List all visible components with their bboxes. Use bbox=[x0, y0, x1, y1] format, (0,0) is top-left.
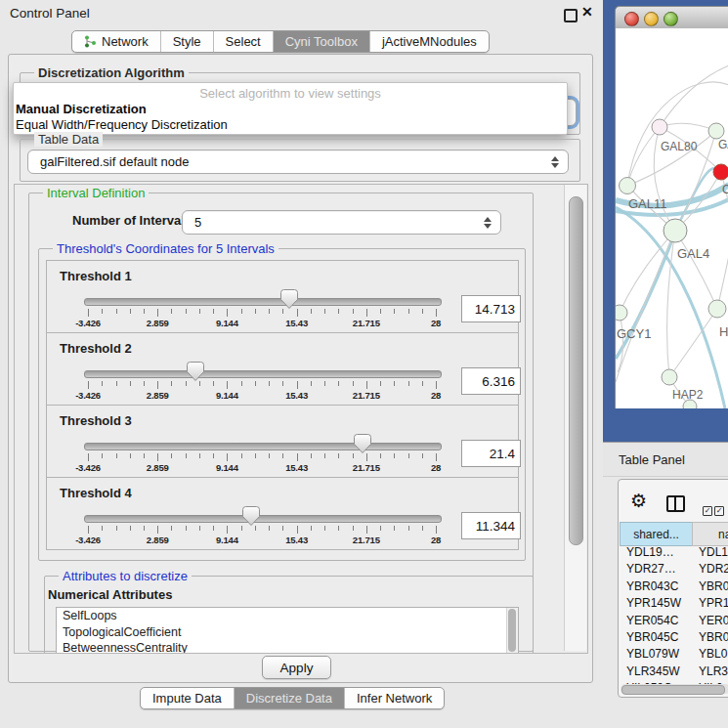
table-row[interactable]: YPR145WYPR1 bbox=[621, 596, 728, 613]
node-red-selected[interactable] bbox=[713, 164, 728, 180]
threshold-value-input[interactable] bbox=[461, 367, 521, 395]
bottom-tab-infer-network[interactable]: Infer Network bbox=[345, 688, 444, 708]
table-row[interactable]: YLR345WYLR3 bbox=[621, 664, 728, 681]
attribute-item[interactable]: TopologicalCoefficient bbox=[57, 624, 518, 641]
tab-style[interactable]: Style bbox=[161, 31, 214, 52]
num-intervals-combo[interactable]: 5 bbox=[182, 210, 501, 235]
tab-network[interactable]: Network bbox=[72, 31, 161, 52]
attributes-title: Attributes to discretize bbox=[59, 569, 192, 583]
slider-thumb[interactable] bbox=[242, 506, 260, 526]
slider-track[interactable] bbox=[84, 443, 442, 450]
interval-definition-title: Interval Definition bbox=[43, 186, 149, 200]
popup-item-manual-discretization[interactable]: Manual Discretization bbox=[14, 102, 569, 116]
popup-item-equal-width-frequency[interactable]: Equal Width/Frequency Discretization bbox=[14, 117, 569, 132]
node-label-partial-top: GA bbox=[718, 138, 728, 151]
attributes-list-scrollbar[interactable] bbox=[506, 608, 518, 654]
node-label-partial-mid: C bbox=[722, 183, 728, 196]
maximize-traffic-light-icon[interactable] bbox=[664, 12, 678, 26]
node-green-top-right[interactable] bbox=[708, 123, 724, 139]
slider-thumb[interactable] bbox=[187, 362, 204, 381]
float-panel-icon[interactable] bbox=[564, 9, 578, 22]
threshold-row-3: Threshold 3-3.4262.8599.14415.4321.71528 bbox=[46, 405, 519, 478]
column-header-shared-name[interactable]: shared... bbox=[620, 522, 693, 546]
threshold-value-input[interactable] bbox=[461, 512, 521, 539]
threshold-coordinates-title: Threshold's Coordinates for 5 Intervals bbox=[53, 241, 278, 256]
table-horizontal-scrollbar[interactable] bbox=[621, 684, 728, 694]
popup-placeholder-item: Select algorithm to view settings bbox=[14, 86, 567, 101]
slider-track[interactable] bbox=[84, 515, 442, 523]
num-intervals-value: 5 bbox=[183, 215, 483, 230]
table-panel-title: Table Panel bbox=[619, 452, 685, 467]
close-panel-icon[interactable]: ✕ bbox=[581, 4, 593, 20]
threshold-value-input[interactable] bbox=[461, 295, 521, 322]
settings-vertical-scrollbar[interactable] bbox=[564, 185, 586, 651]
top-tab-bar: NetworkStyleSelectCyni ToolboxjActiveMNo… bbox=[71, 30, 490, 53]
threshold-row-4: Threshold 4-3.4262.8599.14415.4321.71528 bbox=[46, 477, 519, 550]
attribute-item[interactable]: SelfLoops bbox=[57, 608, 518, 624]
node-gal4[interactable] bbox=[664, 219, 687, 242]
node-gal11[interactable] bbox=[620, 178, 636, 194]
table-panel-titlebar: Table Panel bbox=[603, 442, 728, 477]
num-intervals-label: Number of Intervals bbox=[72, 213, 192, 228]
threshold-label: Threshold 1 bbox=[60, 269, 132, 283]
table-row[interactable]: YBR043CYBR0 bbox=[621, 579, 728, 596]
node-label-partial-low: H bbox=[719, 324, 728, 339]
node-label-gcy1: GCY1 bbox=[617, 326, 651, 341]
table-row[interactable]: YER054CYER0 bbox=[621, 614, 728, 630]
tab-jactivemnodules[interactable]: jActiveMNodules bbox=[370, 31, 489, 52]
bottom-tab-bar: Impute DataDiscretize DataInfer Network bbox=[140, 687, 445, 709]
tab-select[interactable]: Select bbox=[214, 31, 274, 52]
network-canvas[interactable]: GAL80 GA C GAL11 GAL4 GCY1 H HAP2 bbox=[615, 28, 728, 408]
numerical-attributes-label: Numerical Attributes bbox=[48, 587, 172, 602]
combo-stepper-icon bbox=[550, 156, 559, 168]
bottom-tab-discretize-data[interactable]: Discretize Data bbox=[235, 688, 345, 708]
numerical-attributes-list: SelfLoopsTopologicalCoefficientBetweenne… bbox=[56, 607, 519, 654]
gear-icon[interactable]: ⚙ bbox=[630, 492, 647, 510]
table-data-value: galFiltered.sif default node bbox=[28, 154, 550, 169]
threshold-label: Threshold 4 bbox=[60, 486, 132, 500]
bottom-tab-impute-data[interactable]: Impute Data bbox=[141, 688, 235, 708]
slider-thumb[interactable] bbox=[354, 434, 371, 453]
threshold-row-1: Threshold 1-3.4262.8599.14415.4321.71528 bbox=[46, 260, 519, 333]
screen: { "control_panel": { "title": "Control P… bbox=[0, 0, 728, 728]
column-header-name[interactable]: na bbox=[692, 522, 728, 546]
node-label-gal4: GAL4 bbox=[677, 246, 709, 261]
node-hap2[interactable] bbox=[662, 369, 677, 385]
node-right-low[interactable] bbox=[708, 300, 726, 318]
threshold-row-2: Threshold 2-3.4262.8599.14415.4321.71528 bbox=[46, 332, 519, 406]
table-data-label: Table Data bbox=[34, 132, 103, 147]
discretization-algorithm-label: Discretization Algorithm bbox=[34, 65, 189, 80]
attribute-item[interactable]: BetweennessCentrality bbox=[57, 640, 518, 654]
select-columns-icon[interactable]: ✓✓ bbox=[703, 499, 726, 517]
panel-title: Control Panel bbox=[10, 6, 90, 21]
algorithm-popup: Select algorithm to view settings Manual… bbox=[13, 82, 568, 135]
node-label-hap2: HAP2 bbox=[672, 388, 704, 402]
table-row[interactable]: YDL19…YDL1 bbox=[621, 545, 728, 562]
settings-scroll-area: Interval Definition Number of Intervals … bbox=[14, 184, 588, 654]
node-gcy1[interactable] bbox=[616, 305, 627, 321]
tab-cyni-toolbox[interactable]: Cyni Toolbox bbox=[274, 31, 370, 52]
scrollbar-thumb[interactable] bbox=[621, 685, 725, 695]
node-pink[interactable] bbox=[652, 119, 667, 135]
threshold-value-input[interactable] bbox=[461, 440, 521, 467]
table-row[interactable]: YDR27…YDR2 bbox=[621, 562, 728, 578]
table-row[interactable]: YBL079WYBL0 bbox=[621, 647, 728, 664]
combo-stepper-icon bbox=[483, 217, 492, 229]
split-columns-icon[interactable] bbox=[666, 495, 685, 512]
node-label-gal11: GAL11 bbox=[628, 196, 667, 211]
network-window-titlebar[interactable] bbox=[615, 6, 728, 30]
slider-thumb[interactable] bbox=[280, 289, 298, 309]
threshold-label: Threshold 3 bbox=[60, 413, 132, 428]
table-data-combo[interactable]: galFiltered.sif default node bbox=[27, 150, 569, 174]
node-label-gal80: GAL80 bbox=[661, 140, 698, 153]
table-row[interactable]: YBR045CYBR0 bbox=[621, 630, 728, 647]
slider-track[interactable] bbox=[84, 370, 442, 378]
scrollbar-thumb[interactable] bbox=[569, 196, 583, 545]
table-panel: ⚙ ✓✓ shared... na YDL19…YDL1YDR27…YDR2YB… bbox=[618, 479, 728, 698]
slider-track[interactable] bbox=[84, 298, 442, 306]
close-traffic-light-icon[interactable] bbox=[624, 12, 639, 26]
minimize-traffic-light-icon[interactable] bbox=[644, 12, 659, 26]
threshold-label: Threshold 2 bbox=[60, 341, 132, 356]
apply-button[interactable]: Apply bbox=[262, 656, 331, 679]
